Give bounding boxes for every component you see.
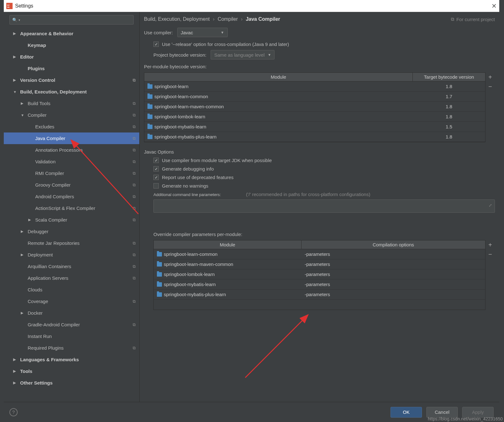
sidebar-item[interactable]: ▶Editor	[4, 51, 139, 63]
table-row[interactable]: springboot-learn-maven-common1.8	[144, 102, 485, 112]
table-row[interactable]: springboot-mybatis-learn1.5	[144, 122, 485, 132]
sidebar-item[interactable]: ▶Docker	[4, 307, 139, 319]
sidebar-item-label: Instant Run	[28, 334, 139, 339]
sidebar-item[interactable]: ▼Compiler⧉	[4, 109, 139, 121]
cell-version: 1.8	[413, 104, 485, 109]
table-row[interactable]: springboot-lombok-learn-parameters	[154, 269, 485, 279]
sidebar-item[interactable]: ▶Version Control⧉	[4, 74, 139, 86]
sidebar-item[interactable]: ▶Other Settings	[4, 377, 139, 389]
hint-text: ('/' recommended in paths for cross-plat…	[246, 192, 370, 197]
copy-icon: ⧉	[133, 171, 136, 176]
per-module-heading: Per-module bytecode version:	[144, 64, 495, 69]
search-input[interactable]: 🔍 ▾	[9, 15, 134, 25]
cell-module: springboot-lombok-learn	[144, 114, 413, 119]
cell-module: springboot-learn-common	[154, 251, 302, 257]
sidebar-item[interactable]: Coverage⧉	[4, 295, 139, 307]
sidebar-item[interactable]: Clouds	[4, 284, 139, 295]
sidebar-item[interactable]: RMI Compiler⧉	[4, 167, 139, 179]
th-version[interactable]: Target bytecode version	[413, 73, 485, 81]
sidebar-item-label: Build Tools	[28, 101, 133, 106]
folder-icon	[147, 84, 152, 89]
sidebar-item[interactable]: ▶Deployment⧉	[4, 249, 139, 261]
opt-module-jdk-checkbox[interactable]: Use compiler from module target JDK when…	[153, 158, 495, 163]
cell-module: springboot-lombok-learn	[154, 272, 302, 277]
cell-options: -parameters	[302, 262, 485, 267]
breadcrumb-a[interactable]: Build, Execution, Deployment	[144, 16, 210, 22]
sidebar-item-label: Scala Compiler	[35, 217, 133, 222]
table-row[interactable]: springboot-learn1.8	[144, 82, 485, 92]
table-row[interactable]: springboot-mybatis-plus-learn-parameters	[154, 290, 485, 300]
sidebar-item-label: Build, Execution, Deployment	[20, 89, 139, 94]
copy-icon: ⧉	[133, 194, 136, 199]
sidebar-item[interactable]: Plugins	[4, 63, 139, 74]
use-compiler-select[interactable]: Javac ▼	[177, 28, 228, 37]
sidebar-item[interactable]: Groovy Compiler⧉	[4, 179, 139, 191]
additional-params-input[interactable]: ⤢	[153, 200, 495, 213]
sidebar-item[interactable]: Application Servers⧉	[4, 272, 139, 284]
expand-icon[interactable]: ⤢	[489, 203, 492, 208]
sidebar-item[interactable]: Android Compilers⧉	[4, 191, 139, 202]
add-button[interactable]: +	[485, 240, 495, 250]
table-row[interactable]: springboot-learn-maven-common-parameters	[154, 259, 485, 269]
copy-icon: ⧉	[133, 241, 136, 246]
sidebar-item[interactable]: ▶Debugger	[4, 226, 139, 237]
sidebar-item[interactable]: Remote Jar Repositories⧉	[4, 237, 139, 249]
copy-icon: ⧉	[133, 217, 136, 222]
sidebar-item[interactable]: Keymap	[4, 39, 139, 51]
close-icon[interactable]: ✕	[491, 2, 497, 10]
sidebar-item[interactable]: Gradle-Android Compiler⧉	[4, 319, 139, 330]
th-module2[interactable]: Module	[154, 240, 302, 249]
release-option-checkbox[interactable]: Use '--release' option for cross-compila…	[153, 42, 495, 47]
opt-debug-checkbox[interactable]: Generate debugging info	[153, 166, 495, 172]
sidebar-item[interactable]: ▶Languages & Frameworks	[4, 354, 139, 365]
table-row[interactable]: springboot-mybatis-learn-parameters	[154, 279, 485, 290]
opt-no-warnings-checkbox[interactable]: Generate no warnings	[153, 183, 495, 188]
breadcrumb-b[interactable]: Compiler	[218, 16, 238, 22]
sidebar-item[interactable]: ActionScript & Flex Compiler⧉	[4, 202, 139, 214]
opt-deprecated-checkbox[interactable]: Report use of deprecated features	[153, 175, 495, 180]
sidebar-item[interactable]: ▶Build Tools⧉	[4, 98, 139, 109]
sidebar-item-label: Annotation Processors	[35, 147, 133, 153]
caret-down-icon: ▼	[268, 53, 271, 57]
javac-options-heading: Javac Options	[144, 149, 495, 155]
remove-button[interactable]: −	[485, 250, 495, 259]
sidebar-item[interactable]: ▶Scala Compiler⧉	[4, 214, 139, 226]
cancel-button[interactable]: Cancel	[426, 407, 458, 418]
chevron-down-icon: ▼	[21, 113, 26, 117]
sidebar-item[interactable]: Excludes⧉	[4, 121, 139, 132]
sidebar-item[interactable]: Required Plugins⧉	[4, 342, 139, 354]
copy-icon: ⧉	[133, 101, 136, 106]
sidebar-item[interactable]: ▼Build, Execution, Deployment	[4, 86, 139, 98]
add-button[interactable]: +	[485, 72, 495, 82]
th-opts[interactable]: Compilation options	[302, 240, 485, 249]
sidebar-item-label: Clouds	[28, 287, 139, 292]
sidebar-item[interactable]: ▶Tools	[4, 365, 139, 377]
sidebar-item[interactable]: Arquillian Containers⧉	[4, 261, 139, 272]
override-table[interactable]: Module Compilation options springboot-le…	[153, 240, 485, 310]
additional-params-label: Additional command line parameters:	[153, 192, 221, 197]
chevron-right-icon: ▶	[28, 218, 33, 222]
table-row[interactable]: springboot-lombok-learn1.8	[144, 112, 485, 122]
sidebar-item-label: Editor	[20, 54, 139, 59]
table-row[interactable]: springboot-learn-common1.7	[144, 92, 485, 102]
bytecode-table[interactable]: Module Target bytecode version springboo…	[144, 72, 485, 142]
sidebar-item[interactable]: Annotation Processors⧉	[4, 144, 139, 156]
table-row[interactable]: springboot-learn-common-parameters	[154, 249, 485, 259]
apply-button[interactable]: Apply	[462, 407, 494, 418]
checkbox-icon	[153, 183, 159, 188]
table-row[interactable]: springboot-mybatis-plus-learn1.8	[144, 132, 485, 142]
th-module[interactable]: Module	[144, 73, 413, 81]
folder-icon	[147, 94, 152, 99]
sidebar-item[interactable]: Java Compiler⧉	[4, 132, 139, 144]
sidebar-item[interactable]: Validation⧉	[4, 156, 139, 167]
chevron-right-icon: ▶	[21, 253, 26, 257]
sidebar-item[interactable]: ▶Appearance & Behavior	[4, 28, 139, 39]
caret-down-icon: ▾	[19, 18, 20, 22]
project-bytecode-select[interactable]: Same as language level ▼	[211, 50, 274, 59]
remove-button[interactable]: −	[485, 82, 495, 91]
help-button[interactable]: ?	[9, 408, 18, 416]
svg-rect-1	[7, 7, 9, 8]
sidebar-item[interactable]: Instant Run	[4, 330, 139, 342]
checkbox-icon	[153, 42, 159, 47]
ok-button[interactable]: OK	[390, 407, 422, 418]
